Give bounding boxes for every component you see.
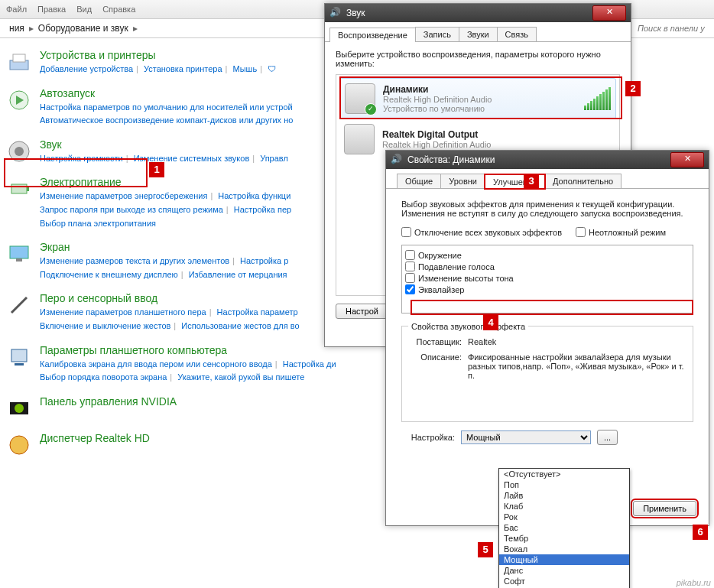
cp-link[interactable]: Настройка параметр xyxy=(217,307,298,317)
menu-item[interactable]: Справка xyxy=(102,5,135,14)
monitor-icon xyxy=(6,241,32,267)
level-meter xyxy=(584,87,611,110)
cp-link[interactable]: Включение и выключение жестов xyxy=(40,321,170,330)
urgent-checkbox[interactable]: Неотложный режим xyxy=(576,227,666,237)
group-title: Свойства звукового эффекта xyxy=(408,322,528,331)
close-button[interactable]: ✕ xyxy=(592,5,626,21)
menu-item[interactable]: Вид xyxy=(76,5,92,14)
description-value: Фиксированные настройки эквалайзера для … xyxy=(468,352,686,380)
instruction-text: Выберите устройство воспроизведения, пар… xyxy=(336,50,620,68)
tab-strip: Общие Уровни Улучшения Дополнительно xyxy=(386,169,709,189)
preset-select[interactable]: Мощный xyxy=(461,430,591,444)
svg-rect-9 xyxy=(16,258,22,262)
more-button[interactable]: ... xyxy=(597,430,618,445)
cp-link[interactable]: Калибровка экрана для ввода пером или се… xyxy=(40,359,272,369)
setting-label: Настройка: xyxy=(401,433,455,442)
speaker-device-icon: ✓ xyxy=(345,83,375,114)
dropdown-option[interactable]: Бас xyxy=(499,522,629,533)
configure-button[interactable]: Настрой xyxy=(336,304,388,319)
tab-record[interactable]: Запись xyxy=(415,27,459,41)
menu-item[interactable]: Файл xyxy=(6,5,27,14)
cp-link[interactable]: Выбор плана электропитания xyxy=(40,219,156,228)
svg-rect-12 xyxy=(15,363,24,365)
cp-link[interactable]: Изменение системных звуков xyxy=(134,154,250,163)
annotation-number: 2 xyxy=(625,81,641,96)
device-speakers[interactable]: ✓ Динамики Realtek High Definition Audio… xyxy=(339,78,616,119)
svg-point-15 xyxy=(10,436,28,454)
provider-label: Поставщик: xyxy=(408,337,462,346)
cp-link[interactable]: Установка принтера xyxy=(144,64,222,73)
dropdown-option[interactable]: Софт xyxy=(499,576,629,586)
watermark: pikabu.ru xyxy=(677,578,711,587)
dropdown-option[interactable]: Клаб xyxy=(499,501,629,512)
cp-link[interactable]: Изменение параметров планшетного пера xyxy=(40,307,206,317)
nvidia-icon xyxy=(6,395,32,421)
cp-link[interactable]: Автоматическое воспроизведение компакт-д… xyxy=(40,115,293,125)
tab-advanced[interactable]: Дополнительно xyxy=(544,174,622,188)
svg-point-14 xyxy=(15,404,24,413)
cp-link[interactable]: Настройка громкости xyxy=(40,154,123,163)
svg-line-10 xyxy=(11,297,27,313)
tab-comm[interactable]: Связь xyxy=(497,27,537,41)
search-input[interactable] xyxy=(636,23,708,34)
cp-link[interactable]: Добавление устройства xyxy=(40,64,133,73)
svg-rect-6 xyxy=(11,184,27,193)
cp-link[interactable]: Запрос пароля при выходе из спящего режи… xyxy=(40,205,223,214)
chevron-right-icon[interactable]: ▸ xyxy=(28,23,35,34)
device-sub: Realtek High Definition Audio xyxy=(383,95,492,104)
tab-playback[interactable]: Воспроизведение xyxy=(329,28,416,42)
svg-rect-8 xyxy=(10,246,28,258)
intro-text: Выбор звуковых эффектов для применения к… xyxy=(401,200,693,218)
menu-item[interactable]: Правка xyxy=(37,5,66,14)
titlebar[interactable]: 🔊 Свойства: Динамики ✕ xyxy=(386,151,709,169)
device-sub: Устройство по умолчанию xyxy=(383,104,492,113)
preset-dropdown-open[interactable]: <Отсутствует> Поп Лайв Клаб Рок Бас Темб… xyxy=(498,468,630,588)
cp-link[interactable]: Настройка функци xyxy=(218,191,290,200)
window-title: Свойства: Динамики xyxy=(407,154,495,165)
close-button[interactable]: ✕ xyxy=(670,152,704,167)
breadcrumb-part[interactable]: Оборудование и звук xyxy=(35,23,131,34)
cp-link[interactable]: Подключение к внешнему дисплею xyxy=(40,270,178,279)
shield-icon: 🛡 xyxy=(268,64,276,73)
provider-value: Realtek xyxy=(468,337,496,346)
dropdown-option[interactable]: Рок xyxy=(499,512,629,522)
effect-voice-cancel[interactable]: Подавление голоса xyxy=(405,262,690,271)
effect-properties-group: Свойства звукового эффекта Поставщик: Re… xyxy=(401,326,693,422)
cp-link[interactable]: Изменение параметров энергосбережения xyxy=(40,191,207,200)
svg-rect-7 xyxy=(27,187,29,191)
cp-link[interactable]: Избавление от мерцания xyxy=(189,270,287,279)
dropdown-option[interactable]: Вокал xyxy=(499,544,629,554)
effect-surround[interactable]: Окружение xyxy=(405,250,690,260)
effect-pitch[interactable]: Изменение высоты тона xyxy=(405,273,690,283)
effect-equalizer[interactable]: Эквалайзер xyxy=(405,284,690,294)
cp-link[interactable]: Использование жестов для во xyxy=(181,321,299,330)
titlebar[interactable]: 🔊 Звук ✕ xyxy=(325,4,631,22)
device-sub: Realtek High Definition Audio xyxy=(382,140,491,149)
cp-link[interactable]: Выбор порядка поворота экрана xyxy=(40,372,167,382)
chevron-right-icon[interactable]: ▸ xyxy=(131,23,139,34)
tab-levels[interactable]: Уровни xyxy=(440,174,485,188)
cp-link[interactable]: Укажите, какой рукой вы пишете xyxy=(177,372,304,382)
annotation-number: 4 xyxy=(483,315,498,330)
cp-link[interactable]: Настройка пер xyxy=(234,205,291,214)
effects-list[interactable]: Окружение Подавление голоса Изменение вы… xyxy=(401,245,693,313)
cp-link[interactable]: Настройка р xyxy=(240,256,288,265)
tab-sounds[interactable]: Звуки xyxy=(459,27,498,41)
description-label: Описание: xyxy=(408,352,462,380)
breadcrumb-part[interactable]: ния xyxy=(6,23,28,34)
cp-link[interactable]: Управл xyxy=(260,154,288,163)
dropdown-option-selected[interactable]: Мощный xyxy=(499,554,629,565)
dropdown-option[interactable]: Данс xyxy=(499,565,629,576)
cp-link[interactable]: Изменение размеров текста и других элеме… xyxy=(40,256,229,265)
dropdown-option[interactable]: Лайв xyxy=(499,490,629,501)
disable-all-checkbox[interactable]: Отключение всех звуковых эффектов xyxy=(401,227,562,237)
cp-link[interactable]: Настройка ди xyxy=(283,359,336,369)
tab-general[interactable]: Общие xyxy=(397,174,441,188)
cp-link[interactable]: Настройка параметров по умолчанию для но… xyxy=(40,102,293,112)
dropdown-option[interactable]: Тембр xyxy=(499,533,629,544)
dropdown-option[interactable]: <Отсутствует> xyxy=(499,469,629,479)
dropdown-option[interactable]: Поп xyxy=(499,479,629,490)
cp-link[interactable]: Мышь xyxy=(233,64,258,73)
apply-button[interactable]: Применить xyxy=(633,501,696,516)
check-icon: ✓ xyxy=(365,103,377,115)
